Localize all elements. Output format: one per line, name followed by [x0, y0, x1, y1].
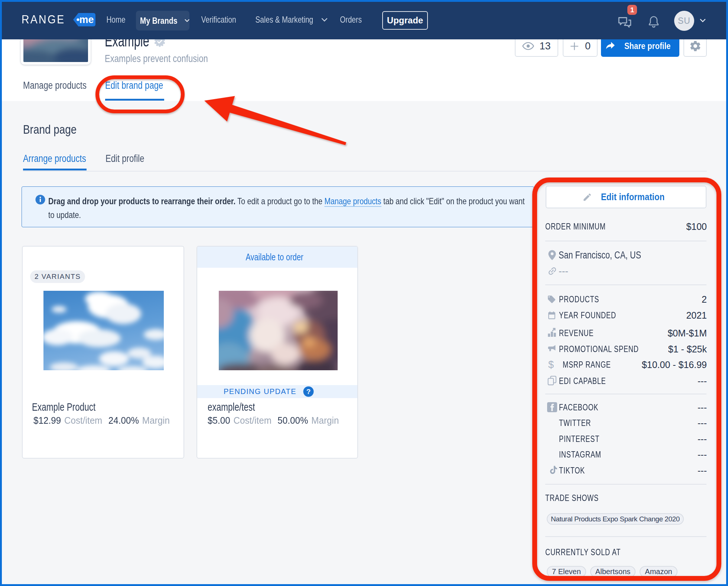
svg-text:me: me [79, 14, 94, 25]
svg-text:?: ? [306, 388, 311, 395]
